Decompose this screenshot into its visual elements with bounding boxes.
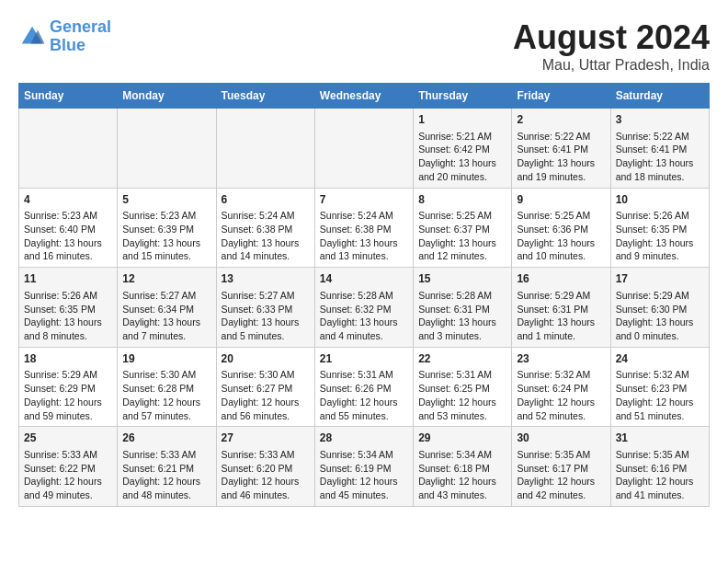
cell-info: Daylight: 13 hours: [616, 316, 704, 329]
day-of-week-sunday: Sunday: [19, 84, 118, 109]
calendar-cell: 22Sunrise: 5:31 AMSunset: 6:25 PMDayligh…: [414, 347, 512, 427]
day-of-week-monday: Monday: [118, 84, 216, 109]
cell-info: and 56 minutes.: [222, 409, 310, 423]
cell-info: Daylight: 13 hours: [517, 236, 605, 250]
cell-info: Daylight: 13 hours: [616, 236, 704, 250]
calendar-cell: 6Sunrise: 5:24 AMSunset: 6:38 PMDaylight…: [216, 188, 314, 268]
page-header: General Blue August 2024 Mau, Uttar Prad…: [18, 18, 710, 74]
day-number: 24: [616, 351, 704, 367]
cell-info: Sunrise: 5:29 AM: [517, 289, 605, 303]
cell-info: Sunrise: 5:32 AM: [616, 368, 704, 382]
cell-info: and 9 minutes.: [616, 249, 704, 263]
calendar-table: SundayMondayTuesdayWednesdayThursdayFrid…: [18, 83, 710, 507]
cell-info: Sunset: 6:39 PM: [122, 223, 210, 236]
cell-info: Daylight: 13 hours: [24, 316, 112, 329]
day-number: 15: [418, 271, 506, 287]
day-of-week-saturday: Saturday: [610, 84, 709, 109]
cell-info: Sunrise: 5:31 AM: [320, 368, 408, 382]
cell-info: Sunrise: 5:27 AM: [122, 289, 210, 303]
cell-info: and 52 minutes.: [517, 409, 605, 423]
cell-info: Sunset: 6:38 PM: [222, 223, 310, 236]
calendar-cell: 26Sunrise: 5:33 AMSunset: 6:21 PMDayligh…: [118, 427, 216, 507]
cell-info: Daylight: 13 hours: [418, 236, 506, 250]
cell-info: Daylight: 12 hours: [616, 396, 704, 409]
day-number: 23: [517, 351, 605, 367]
cell-info: and 14 minutes.: [222, 249, 310, 263]
cell-info: Sunset: 6:31 PM: [517, 303, 605, 316]
day-number: 2: [517, 112, 605, 128]
day-number: 12: [122, 271, 210, 287]
cell-info: Sunrise: 5:25 AM: [418, 209, 506, 223]
calendar-cell: 18Sunrise: 5:29 AMSunset: 6:29 PMDayligh…: [19, 347, 118, 427]
calendar-header: SundayMondayTuesdayWednesdayThursdayFrid…: [19, 84, 710, 109]
cell-info: Sunrise: 5:24 AM: [320, 209, 408, 223]
page-subtitle: Mau, Uttar Pradesh, India: [513, 57, 710, 74]
cell-info: and 42 minutes.: [517, 488, 605, 502]
calendar-cell: 3Sunrise: 5:22 AMSunset: 6:41 PMDaylight…: [610, 109, 709, 189]
cell-info: and 46 minutes.: [222, 488, 310, 502]
cell-info: Sunset: 6:31 PM: [418, 303, 506, 316]
cell-info: Daylight: 12 hours: [122, 396, 210, 409]
calendar-cell: 29Sunrise: 5:34 AMSunset: 6:18 PMDayligh…: [414, 427, 512, 507]
cell-info: Daylight: 13 hours: [122, 236, 210, 250]
day-number: 14: [320, 271, 408, 287]
cell-info: and 55 minutes.: [320, 409, 408, 423]
cell-info: and 41 minutes.: [616, 488, 704, 502]
cell-info: Sunset: 6:35 PM: [616, 223, 704, 236]
cell-info: Sunset: 6:28 PM: [122, 382, 210, 396]
calendar-cell: [216, 109, 314, 189]
calendar-cell: 10Sunrise: 5:26 AMSunset: 6:35 PMDayligh…: [610, 188, 709, 268]
cell-info: Daylight: 13 hours: [320, 236, 408, 250]
cell-info: Sunrise: 5:35 AM: [616, 448, 704, 462]
day-number: 29: [418, 431, 506, 446]
calendar-week-4: 18Sunrise: 5:29 AMSunset: 6:29 PMDayligh…: [19, 347, 710, 427]
calendar-cell: 9Sunrise: 5:25 AMSunset: 6:36 PMDaylight…: [512, 188, 610, 268]
cell-info: Sunset: 6:22 PM: [24, 462, 112, 476]
logo-line2: Blue: [50, 36, 85, 54]
day-number: 5: [122, 192, 210, 208]
cell-info: Sunset: 6:17 PM: [517, 462, 605, 476]
cell-info: Sunrise: 5:24 AM: [222, 209, 310, 223]
cell-info: Sunrise: 5:28 AM: [320, 289, 408, 303]
calendar-cell: 12Sunrise: 5:27 AMSunset: 6:34 PMDayligh…: [118, 268, 216, 348]
cell-info: Sunset: 6:42 PM: [418, 143, 506, 156]
cell-info: Sunrise: 5:35 AM: [517, 448, 605, 462]
cell-info: Daylight: 12 hours: [616, 475, 704, 488]
cell-info: Sunset: 6:24 PM: [517, 382, 605, 396]
cell-info: Daylight: 12 hours: [517, 396, 605, 409]
cell-info: Sunset: 6:30 PM: [616, 303, 704, 316]
cell-info: Sunrise: 5:28 AM: [418, 289, 506, 303]
day-number: 26: [122, 431, 210, 446]
day-of-week-friday: Friday: [512, 84, 610, 109]
day-number: 4: [24, 192, 112, 208]
calendar-week-5: 25Sunrise: 5:33 AMSunset: 6:22 PMDayligh…: [19, 427, 710, 507]
calendar-cell: 25Sunrise: 5:33 AMSunset: 6:22 PMDayligh…: [19, 427, 118, 507]
cell-info: Sunset: 6:19 PM: [320, 462, 408, 476]
cell-info: Sunset: 6:18 PM: [418, 462, 506, 476]
cell-info: and 51 minutes.: [616, 409, 704, 423]
cell-info: Sunset: 6:40 PM: [24, 223, 112, 236]
day-of-week-thursday: Thursday: [414, 84, 512, 109]
cell-info: and 48 minutes.: [122, 488, 210, 502]
calendar-cell: 21Sunrise: 5:31 AMSunset: 6:26 PMDayligh…: [314, 347, 413, 427]
cell-info: Daylight: 13 hours: [222, 236, 310, 250]
day-number: 10: [616, 192, 704, 208]
cell-info: Daylight: 13 hours: [122, 316, 210, 329]
cell-info: Daylight: 12 hours: [517, 475, 605, 488]
cell-info: Daylight: 12 hours: [24, 475, 112, 488]
cell-info: Sunset: 6:29 PM: [24, 382, 112, 396]
calendar-cell: 5Sunrise: 5:23 AMSunset: 6:39 PMDaylight…: [118, 188, 216, 268]
cell-info: Sunrise: 5:22 AM: [517, 130, 605, 144]
calendar-cell: 14Sunrise: 5:28 AMSunset: 6:32 PMDayligh…: [314, 268, 413, 348]
cell-info: and 19 minutes.: [517, 170, 605, 184]
cell-info: Daylight: 12 hours: [320, 475, 408, 488]
cell-info: Sunrise: 5:25 AM: [517, 209, 605, 223]
cell-info: Sunset: 6:26 PM: [320, 382, 408, 396]
calendar-cell: 13Sunrise: 5:27 AMSunset: 6:33 PMDayligh…: [216, 268, 314, 348]
calendar-week-2: 4Sunrise: 5:23 AMSunset: 6:40 PMDaylight…: [19, 188, 710, 268]
calendar-body: 1Sunrise: 5:21 AMSunset: 6:42 PMDaylight…: [19, 109, 710, 507]
cell-info: and 12 minutes.: [418, 249, 506, 263]
cell-info: Daylight: 12 hours: [122, 475, 210, 488]
cell-info: Daylight: 13 hours: [517, 156, 605, 170]
day-number: 22: [418, 351, 506, 367]
